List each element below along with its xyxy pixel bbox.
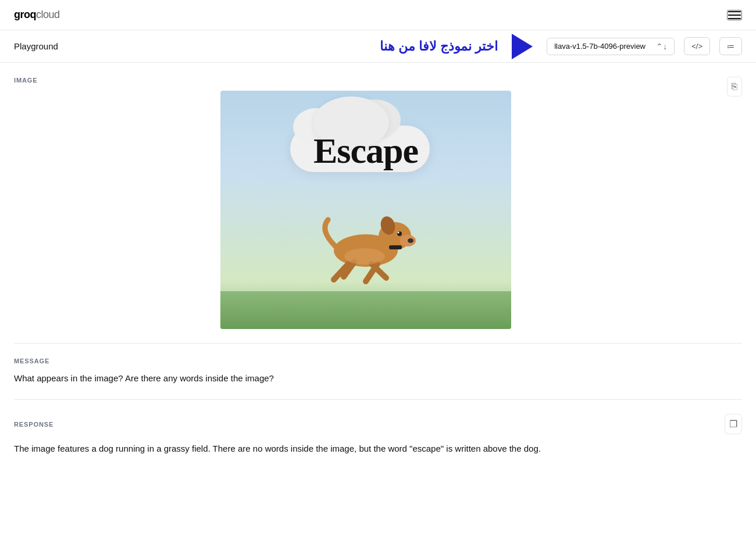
svg-point-5: [398, 232, 400, 234]
page-title: Playground: [14, 41, 58, 51]
image-section: IMAGE Escape: [14, 77, 742, 329]
escape-image-art: Escape: [220, 91, 511, 329]
response-section: RESPONSE ❐ The image features a dog runn…: [14, 414, 742, 456]
hamburger-line-3: [728, 18, 741, 19]
escape-image: Escape: [220, 91, 511, 329]
message-label: MESSAGE: [14, 357, 742, 364]
image-section-inner: IMAGE Escape: [14, 77, 718, 329]
main-content: IMAGE Escape: [0, 63, 756, 456]
svg-point-6: [408, 238, 413, 243]
message-section: MESSAGE What appears in the image? Are t…: [14, 357, 742, 385]
dog-area: [296, 190, 436, 294]
divider-2: [14, 399, 742, 400]
escape-text: Escape: [313, 130, 418, 171]
image-label: IMAGE: [14, 77, 718, 84]
toolbar: Playground اختر نموذج لافا من هنا llava-…: [0, 30, 756, 63]
chevron-down-icon: ⌃↓: [656, 42, 667, 51]
model-selector[interactable]: llava-v1.5-7b-4096-preview ⌃↓: [547, 38, 675, 55]
response-label: RESPONSE: [14, 421, 54, 428]
code-button[interactable]: </>: [684, 37, 710, 55]
image-container: Escape: [14, 91, 718, 329]
logo-groq: groq: [14, 9, 36, 20]
logo-cloud: cloud: [36, 9, 60, 20]
dog-svg: [296, 190, 436, 294]
response-copy-button[interactable]: ❐: [725, 414, 742, 434]
model-name-label: llava-v1.5-7b-4096-preview: [554, 42, 646, 51]
settings-button[interactable]: ≔: [719, 37, 742, 55]
svg-rect-7: [389, 245, 402, 249]
divider-1: [14, 343, 742, 344]
hamburger-line-2: [728, 15, 741, 16]
hamburger-line-1: [728, 11, 741, 12]
svg-point-12: [344, 248, 385, 264]
code-icon: </>: [691, 42, 702, 51]
logo: groqcloud: [14, 9, 60, 21]
message-text: What appears in the image? Are there any…: [14, 371, 742, 385]
response-header: RESPONSE ❐: [14, 414, 742, 434]
annotation-arrow: [512, 34, 533, 59]
arabic-annotation: اختر نموذج لافا من هنا: [380, 39, 498, 54]
ground: [220, 291, 511, 329]
copy-icon: ⎘: [732, 81, 737, 92]
copy-double-icon: ❐: [729, 419, 737, 430]
image-copy-button[interactable]: ⎘: [727, 77, 742, 96]
navbar: groqcloud: [0, 0, 756, 30]
menu-button[interactable]: [727, 10, 742, 20]
response-text: The image features a dog running in a gr…: [14, 441, 742, 456]
settings-icon: ≔: [727, 42, 734, 51]
